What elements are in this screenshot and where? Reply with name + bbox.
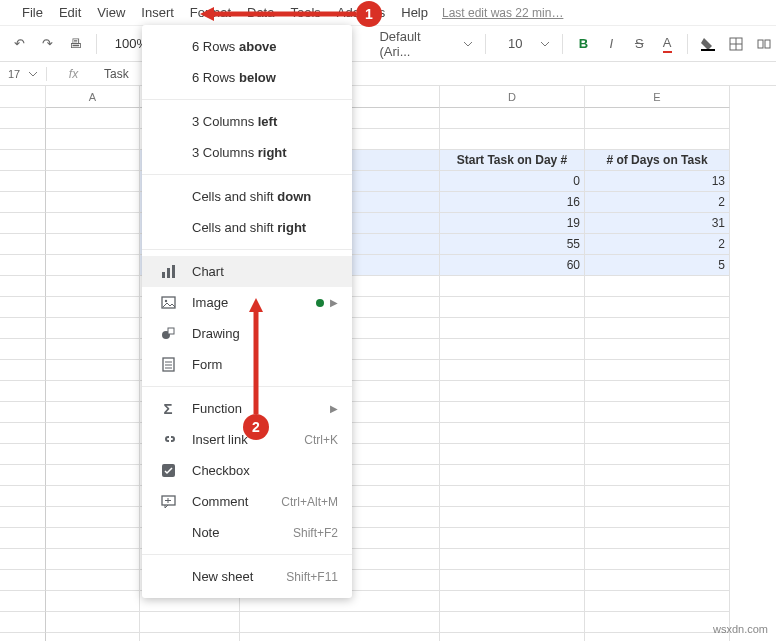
cell[interactable] xyxy=(585,612,730,633)
insert-rows-above[interactable]: 6 Rows above xyxy=(142,31,352,62)
row-number[interactable] xyxy=(0,129,46,150)
cell[interactable] xyxy=(440,570,585,591)
cell[interactable] xyxy=(585,570,730,591)
row-number[interactable] xyxy=(0,423,46,444)
cell[interactable] xyxy=(585,591,730,612)
cell[interactable] xyxy=(440,507,585,528)
row-number[interactable] xyxy=(0,213,46,234)
cell[interactable] xyxy=(440,318,585,339)
cell[interactable] xyxy=(585,402,730,423)
insert-link[interactable]: Insert linkCtrl+K xyxy=(142,424,352,455)
menu-file[interactable]: File xyxy=(14,1,51,24)
textcolor-button[interactable]: A xyxy=(655,32,679,56)
col-header-d[interactable]: D xyxy=(440,86,585,108)
cell[interactable] xyxy=(240,612,440,633)
fillcolor-button[interactable] xyxy=(696,32,720,56)
row-number[interactable] xyxy=(0,234,46,255)
row-number[interactable] xyxy=(0,402,46,423)
cell[interactable] xyxy=(440,276,585,297)
cell[interactable] xyxy=(440,444,585,465)
cell[interactable] xyxy=(46,528,140,549)
row-number[interactable] xyxy=(0,360,46,381)
insert-cols-right[interactable]: 3 Columns right xyxy=(142,137,352,168)
row-number[interactable] xyxy=(0,339,46,360)
cell[interactable] xyxy=(46,612,140,633)
cell[interactable] xyxy=(46,360,140,381)
merge-button[interactable] xyxy=(752,32,776,56)
cell[interactable] xyxy=(46,276,140,297)
fontsize-dropdown[interactable]: 10 xyxy=(494,36,554,51)
cell[interactable]: 2 xyxy=(585,234,730,255)
cell[interactable] xyxy=(585,360,730,381)
cell[interactable]: 5 xyxy=(585,255,730,276)
cell[interactable] xyxy=(440,549,585,570)
menu-data[interactable]: Data xyxy=(239,1,282,24)
cell[interactable]: 31 xyxy=(585,213,730,234)
last-edit-link[interactable]: Last edit was 22 min… xyxy=(442,6,563,20)
cell[interactable] xyxy=(46,633,140,641)
insert-comment[interactable]: CommentCtrl+Alt+M xyxy=(142,486,352,517)
insert-note[interactable]: NoteShift+F2 xyxy=(142,517,352,548)
cell[interactable] xyxy=(440,423,585,444)
cell[interactable] xyxy=(46,339,140,360)
row-number[interactable] xyxy=(0,486,46,507)
cell[interactable] xyxy=(585,507,730,528)
menu-format[interactable]: Format xyxy=(182,1,239,24)
insert-chart[interactable]: Chart xyxy=(142,256,352,287)
cell[interactable] xyxy=(46,444,140,465)
row-number[interactable] xyxy=(0,444,46,465)
cell[interactable] xyxy=(240,633,440,641)
cell[interactable] xyxy=(440,465,585,486)
insert-checkbox[interactable]: Checkbox xyxy=(142,455,352,486)
cell[interactable] xyxy=(46,213,140,234)
row-number[interactable] xyxy=(0,150,46,171)
cell[interactable] xyxy=(585,297,730,318)
cell[interactable] xyxy=(440,129,585,150)
name-box[interactable]: 17 xyxy=(0,68,46,80)
row-number[interactable] xyxy=(0,276,46,297)
cell[interactable]: 19 xyxy=(440,213,585,234)
cell[interactable] xyxy=(440,297,585,318)
cell[interactable] xyxy=(46,255,140,276)
borders-button[interactable] xyxy=(724,32,748,56)
cell[interactable] xyxy=(585,108,730,129)
cell[interactable] xyxy=(585,633,730,641)
cell[interactable] xyxy=(585,276,730,297)
cell[interactable]: 60 xyxy=(440,255,585,276)
cell[interactable] xyxy=(440,381,585,402)
cell[interactable] xyxy=(585,444,730,465)
cell[interactable] xyxy=(46,591,140,612)
redo-icon[interactable]: ↷ xyxy=(36,32,60,56)
row-number[interactable] xyxy=(0,591,46,612)
cell[interactable]: 13 xyxy=(585,171,730,192)
row-number[interactable] xyxy=(0,633,46,641)
cell[interactable] xyxy=(440,108,585,129)
row-number[interactable] xyxy=(0,465,46,486)
insert-new-sheet[interactable]: New sheetShift+F11 xyxy=(142,561,352,592)
font-dropdown[interactable]: Default (Ari... xyxy=(375,29,477,59)
cell-header-start[interactable]: Start Task on Day # xyxy=(440,150,585,171)
cell[interactable] xyxy=(585,528,730,549)
cell[interactable] xyxy=(46,486,140,507)
row-number[interactable] xyxy=(0,108,46,129)
cell[interactable] xyxy=(440,591,585,612)
cell[interactable] xyxy=(46,150,140,171)
insert-drawing[interactable]: Drawing xyxy=(142,318,352,349)
cell[interactable] xyxy=(46,108,140,129)
cell[interactable] xyxy=(440,486,585,507)
italic-button[interactable]: I xyxy=(599,32,623,56)
row-number[interactable] xyxy=(0,528,46,549)
row-number[interactable] xyxy=(0,255,46,276)
cell[interactable]: 0 xyxy=(440,171,585,192)
cell[interactable]: 16 xyxy=(440,192,585,213)
cell[interactable] xyxy=(585,486,730,507)
row-number[interactable] xyxy=(0,381,46,402)
cell[interactable] xyxy=(440,612,585,633)
row-number[interactable] xyxy=(0,171,46,192)
cell[interactable] xyxy=(440,528,585,549)
menu-help[interactable]: Help xyxy=(393,1,436,24)
cell[interactable] xyxy=(46,423,140,444)
select-all-corner[interactable] xyxy=(0,86,46,108)
cell[interactable] xyxy=(46,549,140,570)
insert-cols-left[interactable]: 3 Columns left xyxy=(142,106,352,137)
